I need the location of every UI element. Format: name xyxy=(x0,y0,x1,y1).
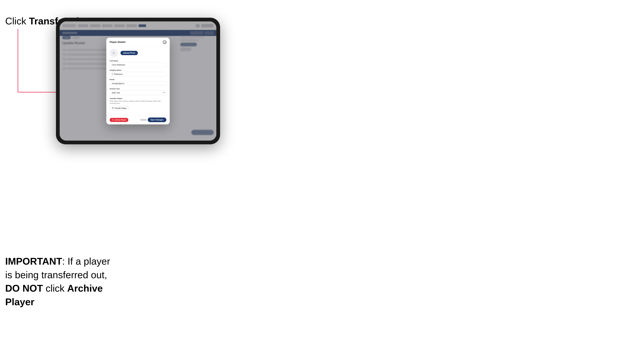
full-name-label: Full Name xyxy=(110,60,166,62)
email-field-group: Email xyxy=(110,78,166,86)
transfer-player-button[interactable]: ⟳ Transfer Player xyxy=(110,106,129,110)
transfer-icon: ⟳ xyxy=(112,107,114,109)
save-changes-button[interactable]: Save Changes xyxy=(148,118,166,122)
modal-close-button[interactable]: × xyxy=(163,40,166,44)
avatar-placeholder xyxy=(110,49,118,57)
email-input[interactable] xyxy=(110,81,166,86)
full-name-field-group: Full Name xyxy=(110,60,166,67)
upload-photo-button[interactable]: Upload Photo xyxy=(120,51,138,55)
archive-player-button[interactable]: ⬇ Archive Player xyxy=(110,118,128,122)
annotation-bottom: IMPORTANT: If a player is being transfer… xyxy=(5,255,114,309)
cancel-button[interactable]: Cancel xyxy=(140,119,146,121)
tablet-screen: Active Alumni Update Roster xyxy=(60,21,216,141)
modal-header: Player Details × xyxy=(106,38,170,46)
display-name-input[interactable] xyxy=(110,72,166,77)
archive-icon: ⬇ xyxy=(112,119,114,121)
modal-overlay: Player Details × xyxy=(60,21,216,141)
archive-player-label: Archive Player xyxy=(114,119,126,121)
photo-upload-row: Upload Photo xyxy=(110,49,166,57)
tablet-device: Active Alumni Update Roster xyxy=(56,18,220,144)
annotation-prefix: Click xyxy=(5,16,29,26)
display-name-field-group: Display Name xyxy=(110,69,166,77)
transfer-player-button-label: Transfer Player xyxy=(114,107,127,109)
annotation-important: IMPORTANT xyxy=(5,256,62,267)
transfer-section-label: Transfer Player xyxy=(110,97,166,99)
transfer-player-section: Transfer Player If this player has moved… xyxy=(110,97,166,110)
school-year-select[interactable]: First Year Second Year Third Year Fourth… xyxy=(110,91,166,95)
modal-body: Upload Photo Full Name Display Name xyxy=(106,46,170,115)
app-background: Active Alumni Update Roster xyxy=(60,21,216,141)
modal-footer: ⬇ Archive Player Cancel Save Changes xyxy=(106,115,170,124)
full-name-input[interactable] xyxy=(110,63,166,67)
email-label: Email xyxy=(110,78,166,80)
transfer-section-description: If this player has moved to another scho… xyxy=(110,100,166,105)
svg-point-3 xyxy=(113,52,114,53)
user-silhouette-icon xyxy=(112,51,116,55)
school-year-field-group: School Year First Year Second Year Third… xyxy=(110,88,166,95)
display-name-label: Display Name xyxy=(110,69,166,71)
modal-title: Player Details xyxy=(110,41,126,43)
school-year-label: School Year xyxy=(110,88,166,90)
annotation-do-not: DO NOT xyxy=(5,283,43,294)
player-details-modal: Player Details × xyxy=(106,38,170,125)
